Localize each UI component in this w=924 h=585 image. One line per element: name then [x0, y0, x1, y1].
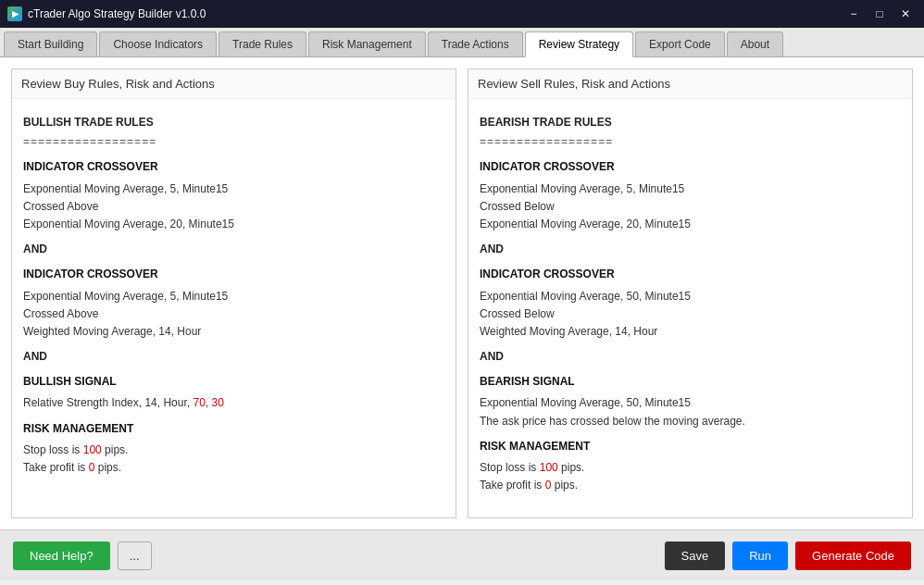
left-block1-line2: Crossed Above [23, 198, 444, 216]
right-sl-pre: Stop loss is [480, 461, 540, 474]
left-rsi-h2: 30 [211, 396, 223, 409]
dots-button[interactable]: ... [118, 541, 152, 570]
right-block3-line2: The ask price has crossed below the movi… [480, 413, 901, 430]
tab-export-code[interactable]: Export Code [635, 31, 725, 56]
right-risk-line2: Take profit is 0 pips. [480, 477, 901, 494]
right-block3-line1: Exponential Moving Average, 50, Minute15 [480, 394, 901, 412]
maximize-button[interactable]: □ [868, 5, 891, 23]
left-tp-post: pips. [94, 461, 121, 474]
left-block2-label: INDICATOR CROSSOVER [23, 266, 444, 283]
left-panel-body[interactable]: BULLISH TRADE RULES ================== I… [12, 99, 456, 517]
tab-start-building[interactable]: Start Building [4, 31, 97, 56]
right-tp-post: pips. [551, 479, 578, 492]
left-block3-line1: Relative Strength Index, 14, Hour, 70, 3… [23, 394, 444, 412]
close-button[interactable]: ✕ [894, 5, 917, 23]
left-block2-line3: Weighted Moving Average, 14, Hour [23, 323, 444, 341]
right-block2-line2: Crossed Below [480, 305, 901, 323]
save-button[interactable]: Save [665, 541, 726, 570]
left-rsi-pre: Relative Strength Index, 14, Hour, [23, 396, 193, 409]
tab-trade-actions[interactable]: Trade Actions [428, 31, 523, 56]
run-button[interactable]: Run [732, 541, 788, 570]
right-panel: Review Sell Rules, Risk and Actions BEAR… [468, 68, 913, 518]
right-sl-h: 100 [540, 461, 558, 474]
left-divider: ================== [23, 133, 444, 151]
right-block1-line1: Exponential Moving Average, 5, Minute15 [480, 180, 901, 198]
right-risk-title: RISK MANAGEMENT [480, 438, 901, 455]
right-and1: AND [480, 241, 901, 258]
right-sl-post: pips. [558, 461, 585, 474]
right-tp-pre: Take profit is [480, 479, 545, 492]
left-tp-pre: Take profit is [23, 461, 89, 474]
left-block1-line1: Exponential Moving Average, 5, Minute15 [23, 180, 444, 198]
left-and2: AND [23, 348, 444, 366]
footer: Need Help? ... Save Run Generate Code [0, 529, 924, 580]
tab-bar: Start Building Choose Indicators Trade R… [0, 28, 924, 57]
left-panel: Review Buy Rules, Risk and Actions BULLI… [11, 68, 456, 518]
app-title: cTrader Algo Strategy Builder v1.0.0 [28, 7, 206, 20]
left-risk-line1: Stop loss is 100 pips. [23, 442, 444, 459]
window-controls: − □ ✕ [843, 5, 917, 23]
left-rsi-h1: 70 [193, 396, 205, 409]
right-block1-line2: Crossed Below [480, 198, 901, 216]
right-divider: ================== [480, 133, 901, 151]
right-panel-header: Review Sell Rules, Risk and Actions [468, 69, 912, 99]
right-block2-line3: Weighted Moving Average, 14, Hour [480, 323, 901, 341]
footer-right: Save Run Generate Code [665, 541, 911, 570]
left-block1-line3: Exponential Moving Average, 20, Minute15 [23, 216, 444, 233]
tab-risk-management[interactable]: Risk Management [308, 31, 426, 56]
tab-trade-rules[interactable]: Trade Rules [219, 31, 306, 56]
minimize-button[interactable]: − [843, 5, 865, 23]
right-block3-label: BEARISH SIGNAL [480, 373, 901, 391]
tab-review-strategy[interactable]: Review Strategy [525, 31, 633, 57]
tab-choose-indicators[interactable]: Choose Indicators [99, 31, 217, 56]
left-sl-post: pips. [102, 443, 129, 456]
need-help-button[interactable]: Need Help? [13, 541, 110, 570]
right-block2-label: INDICATOR CROSSOVER [480, 266, 901, 283]
title-bar-left: ▶ cTrader Algo Strategy Builder v1.0.0 [7, 6, 206, 21]
left-risk-line2: Take profit is 0 pips. [23, 459, 444, 477]
right-risk-line1: Stop loss is 100 pips. [480, 459, 901, 477]
generate-code-button[interactable]: Generate Code [795, 541, 911, 570]
right-bearish-title: BEARISH TRADE RULES [480, 114, 901, 131]
title-bar: ▶ cTrader Algo Strategy Builder v1.0.0 −… [0, 0, 924, 28]
left-sl-pre: Stop loss is [23, 443, 83, 456]
footer-left: Need Help? ... [13, 541, 657, 570]
right-and2: AND [480, 348, 901, 366]
left-panel-header: Review Buy Rules, Risk and Actions [12, 69, 456, 99]
app-icon: ▶ [7, 6, 22, 21]
right-block1-line3: Exponential Moving Average, 20, Minute15 [480, 216, 901, 233]
right-panel-body[interactable]: BEARISH TRADE RULES ================== I… [468, 99, 912, 517]
left-block3-label: BULLISH SIGNAL [23, 373, 444, 391]
main-content: Review Buy Rules, Risk and Actions BULLI… [0, 57, 924, 529]
tab-about[interactable]: About [727, 31, 783, 56]
right-block1-label: INDICATOR CROSSOVER [480, 158, 901, 176]
right-block2-line1: Exponential Moving Average, 50, Minute15 [480, 288, 901, 305]
left-risk-title: RISK MANAGEMENT [23, 420, 444, 438]
left-sl-h: 100 [83, 443, 102, 456]
left-block2-line1: Exponential Moving Average, 5, Minute15 [23, 288, 444, 305]
left-block2-line2: Crossed Above [23, 305, 444, 323]
left-and1: AND [23, 241, 444, 258]
left-bullish-title: BULLISH TRADE RULES [23, 114, 444, 131]
left-block1-label: INDICATOR CROSSOVER [23, 158, 444, 176]
